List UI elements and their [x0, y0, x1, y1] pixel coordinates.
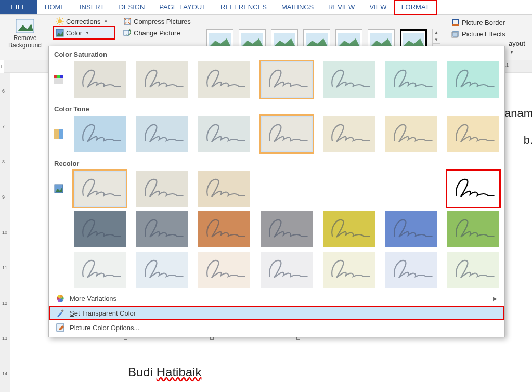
svg-rect-34	[54, 75, 57, 78]
saturation-thumb-3[interactable]	[261, 61, 313, 98]
saturation-icon	[54, 75, 63, 84]
tone-thumb-4[interactable]	[323, 116, 375, 152]
ruler-v-13: 13	[2, 336, 7, 341]
dropdown-caret-icon: ▼	[103, 19, 108, 24]
brightness-icon	[56, 17, 64, 25]
recolor-row-2	[49, 210, 504, 251]
compress-icon	[123, 17, 132, 25]
spacer-icon	[54, 225, 63, 234]
gallery-down-icon[interactable]: ▼	[433, 36, 440, 44]
svg-rect-14	[124, 30, 129, 35]
ruler-v-10: 10	[2, 230, 7, 235]
recolor-thumb-0[interactable]	[74, 211, 126, 247]
saturation-thumb-5[interactable]	[385, 61, 437, 98]
ruler-v-9: 9	[2, 194, 5, 200]
tab-file[interactable]: FILE	[0, 0, 37, 14]
tab-format[interactable]: FORMAT	[394, 0, 437, 14]
remove-background-label-1: Remove	[14, 34, 37, 42]
recolor-thumb-5[interactable]	[385, 211, 437, 247]
recolor-thumb-1[interactable]	[136, 211, 188, 247]
svg-line-8	[62, 23, 63, 24]
recolor-thumb-3[interactable]	[261, 252, 313, 288]
set-transparent-color-item[interactable]: Set Transparent Color	[49, 306, 504, 320]
saturation-thumb-6[interactable]	[447, 61, 499, 98]
recolor-thumb-5[interactable]	[385, 171, 437, 207]
color-label: Color	[66, 29, 82, 37]
dropdown-caret-icon: ▼	[85, 31, 89, 35]
remove-background-label-2: Background	[8, 42, 42, 49]
svg-rect-39	[59, 129, 63, 139]
change-picture-icon	[123, 29, 132, 37]
saturation-thumb-1[interactable]	[136, 61, 188, 98]
change-picture-button[interactable]: Change Picture	[121, 27, 198, 38]
recolor-thumb-5[interactable]	[385, 252, 437, 288]
recolor-thumb-6[interactable]	[447, 211, 499, 247]
remove-background-icon	[15, 18, 35, 34]
saturation-row	[49, 60, 504, 101]
picture-effects-icon	[451, 30, 460, 38]
corrections-button[interactable]: Corrections ▼	[54, 16, 114, 27]
tab-view[interactable]: VIEW	[362, 0, 394, 14]
picture-effects-label: Picture Effects	[462, 30, 505, 38]
recolor-thumb-0[interactable]	[74, 171, 126, 207]
saturation-thumb-0[interactable]	[74, 61, 126, 98]
remove-background-button[interactable]: Remove Background	[3, 16, 47, 49]
gallery-up-icon[interactable]: ▲	[433, 29, 440, 36]
recolor-thumb-6[interactable]	[447, 252, 499, 288]
recolor-thumb-1[interactable]	[136, 171, 188, 207]
recolor-thumb-4[interactable]	[323, 252, 375, 288]
ruler-corner[interactable]: L	[0, 60, 4, 73]
color-dropdown-popup: Color Saturation Color Tone Recolor More…	[48, 46, 505, 337]
change-picture-label: Change Picture	[134, 29, 180, 37]
picture-layout-button-partial[interactable]: ayout ▼	[505, 15, 532, 60]
tab-references[interactable]: REFERENCES	[213, 0, 274, 14]
ruler-v-11: 11	[2, 265, 7, 270]
svg-line-7	[57, 18, 58, 19]
name-wavy: Hatibaik	[157, 365, 202, 379]
recolor-row-1	[49, 169, 504, 210]
color-button[interactable]: Color ▼	[54, 27, 114, 38]
saturation-thumb-2[interactable]	[198, 61, 250, 98]
picture-color-icon	[56, 29, 64, 37]
tone-thumb-0[interactable]	[74, 116, 126, 152]
tab-page-layout[interactable]: PAGE LAYOUT	[152, 0, 213, 14]
ruler-vertical[interactable]: 6 7 8 9 10 11 12 13 14	[0, 73, 10, 392]
picture-color-options-item[interactable]: Picture Color Options...	[49, 320, 504, 335]
more-variations-item[interactable]: More Variations ▶	[49, 291, 504, 306]
picture-layout-label: ayout	[509, 40, 525, 47]
recolor-thumb-2[interactable]	[198, 171, 250, 207]
tone-row	[49, 115, 504, 155]
tab-review[interactable]: REVIEW	[321, 0, 362, 14]
svg-rect-36	[60, 75, 63, 78]
group-background: Remove Background	[0, 15, 50, 60]
spacer-icon	[54, 265, 63, 275]
tab-home[interactable]: HOME	[37, 0, 72, 14]
recolor-thumb-2[interactable]	[198, 211, 250, 247]
recolor-thumb-2[interactable]	[198, 252, 250, 288]
recolor-thumb-4[interactable]	[323, 171, 375, 207]
tone-thumb-5[interactable]	[385, 116, 437, 152]
tone-thumb-2[interactable]	[198, 116, 250, 152]
ruler-v-7: 7	[2, 124, 5, 129]
document-signature-name: Budi Hatibaik	[128, 365, 201, 380]
more-variations-label: More Variations	[70, 295, 116, 303]
tone-thumb-1[interactable]	[136, 116, 188, 152]
svg-line-9	[62, 18, 63, 19]
svg-rect-35	[57, 75, 60, 78]
tone-thumb-3[interactable]	[261, 116, 313, 152]
saturation-thumb-4[interactable]	[323, 61, 375, 98]
recolor-thumb-1[interactable]	[136, 252, 188, 288]
recolor-thumb-6[interactable]	[447, 171, 499, 207]
recolor-thumb-3[interactable]	[261, 211, 313, 247]
set-transparent-label: Set Transparent Color	[70, 309, 136, 317]
tone-thumb-6[interactable]	[447, 116, 499, 152]
tab-mailings[interactable]: MAILINGS	[274, 0, 321, 14]
recolor-thumb-4[interactable]	[323, 211, 375, 247]
recolor-thumb-0[interactable]	[74, 252, 126, 288]
tab-design[interactable]: DESIGN	[111, 0, 152, 14]
name-plain: Budi	[128, 365, 157, 379]
tab-insert[interactable]: INSERT	[72, 0, 111, 14]
compress-pictures-button[interactable]: Compress Pictures	[121, 16, 198, 27]
svg-line-10	[57, 23, 58, 24]
recolor-thumb-3[interactable]	[261, 171, 313, 207]
